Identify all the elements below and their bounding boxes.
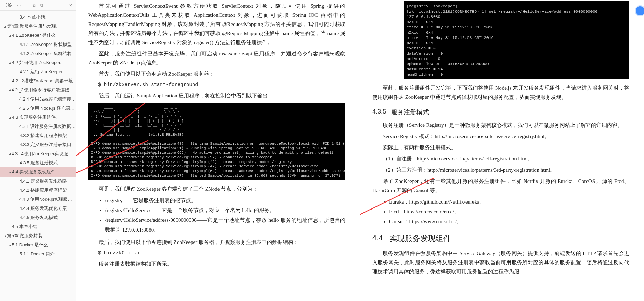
sidebar-item[interactable]: ◢4.1 ZooKeeper 是什么: [0, 31, 76, 40]
list-item: Eureka：https://github.com/Netflix/eureka…: [389, 197, 629, 207]
sidebar-item-label: 4.5 本章小结: [12, 222, 37, 231]
sidebar-item[interactable]: 4.3.1 设计服务注册表数据结构.: [0, 122, 76, 131]
sidebar-item-label: 4.2 _3使用命令行客户端连接ZooK...: [12, 85, 76, 95]
sidebar-item-label: 4.4.1 定义服务发现策略: [20, 177, 67, 186]
twisty-icon[interactable]: ◢: [8, 85, 12, 95]
list-item: /registry——它是服务注册表的根节点。: [105, 196, 345, 205]
sidebar-item[interactable]: 4.4.2 搭建应用程序框架: [0, 186, 76, 195]
heading-title: 服务注册模式: [391, 108, 429, 116]
sidebar-title: 书签: [3, 2, 12, 8]
sidebar-item[interactable]: ◢5.1 Docker 是什么: [0, 240, 76, 249]
sidebar-header: 书签 ▭ ▯ ⧉ ⧉ ×: [0, 0, 76, 11]
page-left: 首先可通过 ServletContextEvent 参数方便获取 Servlet…: [76, 0, 360, 301]
twisty-icon[interactable]: ◢: [3, 231, 7, 240]
panel-icon-a[interactable]: ▭: [16, 3, 21, 8]
twisty-icon[interactable]: ◢: [8, 240, 12, 249]
sidebar-item[interactable]: 4.1.1 ZooKeeper 树状模型: [0, 40, 76, 49]
paragraph: 服务发现组件在微服务架构中由 Service Gateway（服务网关）提供支持…: [372, 249, 629, 276]
list-item: /registry/HelloService——它是一个服务节点，对应一个名为 …: [105, 205, 345, 215]
sidebar-item[interactable]: 4.3.2 搭建应用程序框架: [0, 131, 76, 140]
sidebar-item-label: 3.4 本章小结.: [20, 13, 46, 22]
twisty-icon[interactable]: ◢: [8, 58, 12, 67]
sidebar-item-label: 5.1.1 Docker 简介: [20, 249, 55, 259]
paragraph: 至此，服务注册组件已基本开发完毕。我们可启动 msa-sample-api 应用…: [88, 49, 345, 67]
sidebar-item[interactable]: ◢4.2 如何使用 ZooKeeper.: [0, 58, 76, 67]
paragraph: 实际上，有两种服务注册模式。: [372, 143, 629, 152]
sidebar-item-label: 4.4 实现服务发现组件: [12, 167, 56, 177]
terminal-output: . ____ _ __ _ _ /\\ / ___'_ __ _ _(_)_ _…: [88, 103, 345, 180]
list-item: /registry/HelloService/address-000000000…: [105, 215, 345, 235]
heading-4-3-5: 4.3.5 服务注册模式: [372, 108, 629, 116]
sidebar-item[interactable]: ◢4.3 _4使用ZooKeeper实现服务注册.: [0, 149, 76, 158]
sidebar-item-label: 4.4.2 搭建应用程序框架: [20, 186, 67, 195]
reader-pages: 首先可通过 ServletContextEvent 参数方便获取 Servlet…: [76, 0, 644, 301]
sidebar-item[interactable]: 4.2 _2搭建ZooKeeper集群环境.: [0, 76, 76, 85]
sidebar-item[interactable]: 4.4.1 定义服务发现策略: [0, 177, 76, 186]
page-right: [registry, zookeeper] [zk: localhost:218…: [360, 0, 644, 301]
sidebar-item-label: 4.1.1 ZooKeeper 树状模型: [20, 40, 72, 49]
sidebar-item[interactable]: 4.2.5 使用 Node.js 客户端连接...: [0, 104, 76, 113]
code-line: $ bin/zkServer.sh start-foreground: [98, 82, 345, 88]
sidebar-item[interactable]: ◢第5章 微服务封装: [0, 231, 76, 240]
sidebar-item-label: 4.1 ZooKeeper 是什么: [12, 31, 56, 40]
sidebar-item[interactable]: 4.5 本章小结: [0, 222, 76, 231]
paragraph: 最后，我们使用以下命令连接到 ZooKeeper 服务器，并观察服务注册表中的数…: [88, 238, 345, 247]
heading-number: 4.3.5: [372, 108, 386, 116]
code-line: $ bin/zkCli.sh: [98, 250, 345, 256]
sidebar-item[interactable]: 4.3.3 定义服务注册表接口: [0, 140, 76, 149]
list-item: Etcd：https://coreos.com/etcd/。: [389, 207, 629, 217]
bullet-list: /registry——它是服务注册表的根节点。 /registry/HelloS…: [105, 196, 345, 235]
terminal-output: [registry, zookeeper] [zk: localhost:218…: [404, 1, 629, 79]
panel-icon-c[interactable]: ⧉: [32, 3, 36, 8]
sidebar-item-label: 4.4.5 服务发现模式: [20, 213, 58, 222]
sidebar-tree[interactable]: 3.4 本章小结.◢第4章 微服务注册与发现.◢4.1 ZooKeeper 是什…: [0, 11, 76, 301]
sidebar-item-label: 4.2.1 运行 ZooKeeper: [20, 67, 63, 76]
bookmarks-sidebar: 书签 ▭ ▯ ⧉ ⧉ × 3.4 本章小结.◢第4章 微服务注册与发现.◢4.1…: [0, 0, 76, 301]
paragraph: 服务注册（Service Registry）是一种微服务架构核心模式，我们可以在…: [372, 121, 629, 130]
paragraph: 服务注册表数据结构如下所示。: [88, 259, 345, 268]
paragraph: 可见，我们通过 ZooKeeper 客户端创建了三个 ZNode 节点，分别为：: [88, 184, 345, 193]
paragraph: 随后，我们运行 SampleApplication 应用程序，将在控制台中看到以…: [88, 91, 345, 100]
sidebar-item[interactable]: 4.4.3 使用Node.js实现服务发现.: [0, 195, 76, 204]
sidebar-item-label: 4.3.5 服务注册模式: [20, 158, 58, 167]
sidebar-item-label: 4.2.4 使用Java客户端连接Zoo...: [19, 95, 76, 104]
twisty-icon[interactable]: ◢: [8, 31, 12, 40]
twisty-icon[interactable]: ◢: [8, 167, 12, 177]
sidebar-item-label: 第4章 微服务注册与发现.: [7, 22, 57, 31]
heading-title: 实现服务发现组件: [389, 233, 451, 244]
sidebar-item[interactable]: 4.2.4 使用Java客户端连接Zoo...: [0, 95, 76, 104]
sidebar-item[interactable]: 4.3.5 服务注册模式: [0, 158, 76, 167]
paragraph: 首先，我们使用以下命令启动 ZooKeeper 服务器：: [88, 69, 345, 78]
twisty-icon[interactable]: ◢: [8, 113, 12, 122]
sidebar-item[interactable]: ◢第4章 微服务注册与发现.: [0, 22, 76, 31]
sidebar-item[interactable]: ◢4.2 _3使用命令行客户端连接ZooK...: [0, 85, 76, 95]
panel-icon-d[interactable]: ⧉: [39, 3, 44, 8]
panel-icon-b[interactable]: ▯: [24, 3, 29, 8]
twisty-icon[interactable]: ◢: [8, 149, 12, 158]
sidebar-item-label: 4.4.3 使用Node.js实现服务发现.: [19, 195, 76, 204]
sidebar-item-label: 4.2.5 使用 Node.js 客户端连接...: [19, 104, 76, 113]
sidebar-item[interactable]: 4.1.2 ZooKeeper 集群结构: [0, 49, 76, 58]
sidebar-item-label: 4.3.2 搭建应用程序框架: [20, 131, 67, 140]
sidebar-item[interactable]: 4.4.4 服务发现优化方案: [0, 204, 76, 213]
sidebar-item[interactable]: ◢4.4 实现服务发现组件: [0, 167, 76, 177]
sidebar-item[interactable]: 5.1.1 Docker 简介: [0, 249, 76, 259]
twisty-icon[interactable]: ◢: [3, 22, 7, 31]
sidebar-item-label: 4.3.3 定义服务注册表接口: [20, 140, 71, 149]
sidebar-item-label: 4.2 _2搭建ZooKeeper集群环境.: [12, 76, 74, 85]
sidebar-item[interactable]: 4.2.1 运行 ZooKeeper: [0, 67, 76, 76]
paragraph: （1）自注册：http://microservices.io/patterns/…: [372, 154, 629, 163]
bullet-list: Eureka：https://github.com/Netflix/eureka…: [389, 197, 629, 226]
paragraph: 至此，服务注册组件开发完毕，下面我们将使用 Node.js 来开发服务发现组件，…: [372, 83, 629, 102]
sidebar-item[interactable]: ◢4.3 实现服务注册组件.: [0, 113, 76, 122]
list-item: Consul：https://www.consul.io/。: [389, 217, 629, 226]
sidebar-item-label: 4.1.2 ZooKeeper 集群结构: [20, 49, 72, 58]
sidebar-item-label: 4.3 实现服务注册组件.: [12, 113, 57, 122]
sidebar-item[interactable]: 3.4 本章小结.: [0, 13, 76, 22]
close-icon[interactable]: ×: [68, 3, 73, 8]
sidebar-item-label: 5.1 Docker 是什么: [12, 240, 48, 249]
paragraph: Service Registry 模式：http://microservices…: [372, 132, 629, 141]
paragraph: （2）第三方注册：http://microservices.io/pattern…: [372, 165, 629, 175]
paragraph: 首先可通过 ServletContextEvent 参数方便获取 Servlet…: [88, 1, 345, 47]
sidebar-item[interactable]: 4.4.5 服务发现模式: [0, 213, 76, 222]
